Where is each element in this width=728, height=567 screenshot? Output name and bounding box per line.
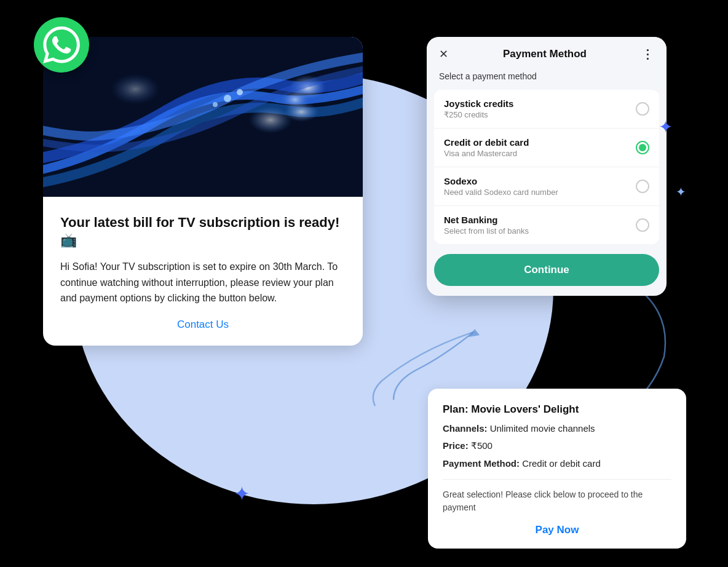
card-content: Your latest bill for TV subscription is … (43, 197, 363, 346)
payment-method-value: Credit or debit card (522, 458, 601, 469)
price-label: Price: (443, 440, 469, 451)
pay-now-link[interactable]: Pay Now (443, 524, 671, 536)
payment-modal: ✕ Payment Method ⋮ Select a payment meth… (427, 37, 667, 296)
joystick-info: Joystick credits ₹250 credits (444, 98, 636, 119)
channels-value: Unlimited movie channels (490, 423, 595, 434)
sodexo-desc: Need valid Sodexo card number (444, 188, 636, 197)
sodexo-radio[interactable] (636, 180, 649, 193)
svg-point-8 (249, 106, 292, 133)
svg-point-6 (213, 102, 218, 107)
whatsapp-card: Your latest bill for TV subscription is … (43, 37, 363, 346)
plan-card: Plan: Movie Lovers' Delight Channels: Un… (428, 389, 686, 549)
sparkle-icon-1: ✦ (659, 117, 673, 137)
contact-link[interactable]: Contact Us (60, 319, 346, 331)
sparkle-icon-2: ✦ (676, 184, 686, 199)
plan-title: Plan: Movie Lovers' Delight (443, 403, 671, 416)
netbanking-desc: Select from list of banks (444, 226, 636, 236)
card-name: Credit or debit card (444, 137, 636, 148)
payment-subtitle: Select a payment method (427, 69, 667, 90)
plan-price: Price: ₹500 (443, 439, 671, 453)
plan-note: Great selection! Please click below to p… (443, 488, 671, 514)
joystick-radio[interactable] (636, 102, 649, 116)
payment-option-joystick[interactable]: Joystick credits ₹250 credits (434, 90, 659, 129)
joystick-desc: ₹250 credits (444, 110, 636, 119)
channels-label: Channels: (443, 423, 488, 434)
payment-option-card[interactable]: Credit or debit card Visa and Mastercard (434, 129, 659, 167)
sodexo-name: Sodexo (444, 176, 636, 186)
netbanking-radio[interactable] (636, 218, 649, 232)
whatsapp-logo (34, 17, 89, 73)
plan-payment-method: Payment Method: Credit or debit card (443, 457, 671, 471)
card-title: Your latest bill for TV subscription is … (60, 214, 346, 249)
modal-header: ✕ Payment Method ⋮ (427, 37, 667, 69)
close-button[interactable]: ✕ (439, 49, 448, 60)
payment-method-label: Payment Method: (443, 458, 520, 469)
payment-options-list: Joystick credits ₹250 credits Credit or … (434, 90, 659, 244)
more-options-button[interactable]: ⋮ (641, 48, 654, 60)
card-desc: Visa and Mastercard (444, 149, 636, 158)
netbanking-info: Net Banking Select from list of banks (444, 215, 636, 236)
sparkle-icon-3: ✦ (234, 482, 250, 506)
continue-button[interactable]: Continue (434, 254, 659, 286)
card-radio[interactable] (636, 141, 649, 154)
card-info: Credit or debit card Visa and Mastercard (444, 137, 636, 158)
plan-channels: Channels: Unlimited movie channels (443, 422, 671, 436)
netbanking-name: Net Banking (444, 215, 636, 225)
svg-point-4 (224, 95, 231, 102)
payment-option-sodexo[interactable]: Sodexo Need valid Sodexo card number (434, 167, 659, 206)
sodexo-info: Sodexo Need valid Sodexo card number (444, 176, 636, 197)
payment-option-netbanking[interactable]: Net Banking Select from list of banks (434, 206, 659, 244)
modal-title: Payment Method (448, 48, 641, 60)
card-body: Hi Sofia! Your TV subscription is set to… (60, 259, 346, 306)
joystick-name: Joystick credits (444, 98, 636, 109)
svg-point-7 (111, 74, 160, 105)
svg-point-5 (237, 89, 243, 95)
price-value: ₹500 (471, 440, 493, 451)
plan-divider (443, 479, 671, 480)
scene: Your latest bill for TV subscription is … (0, 0, 728, 567)
card-image (43, 37, 363, 197)
